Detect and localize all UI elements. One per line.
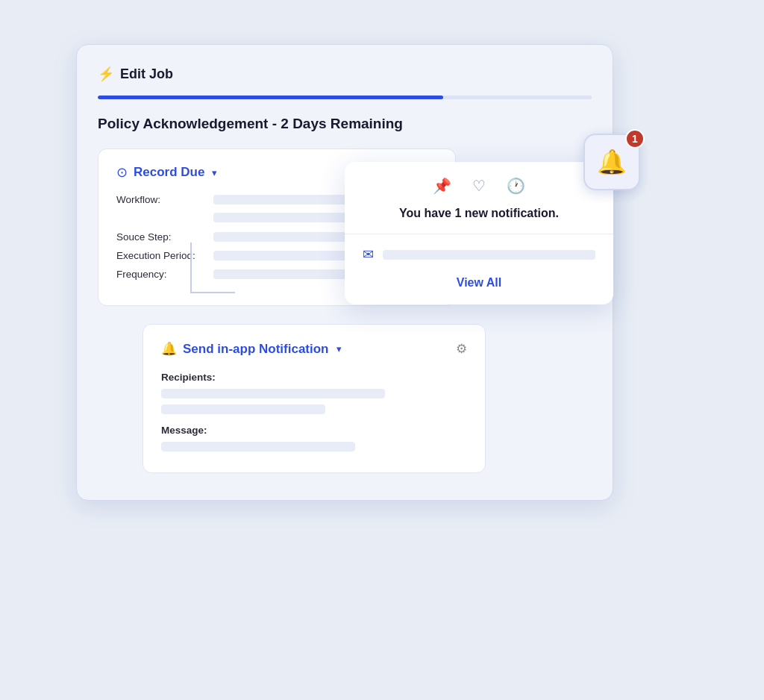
message-bar <box>161 442 355 451</box>
popup-divider <box>345 234 613 234</box>
heart-icon[interactable]: ♡ <box>472 177 486 195</box>
record-due-chevron[interactable]: ▾ <box>212 167 217 178</box>
edit-job-header: ⚡ Edit Job <box>98 66 592 82</box>
workflow-label: Workflow: <box>116 194 206 205</box>
record-due-title: Record Due <box>134 165 204 180</box>
envelope-icon: ✉ <box>363 246 374 263</box>
gear-icon[interactable]: ⚙ <box>456 341 467 357</box>
popup-item-bar <box>383 250 595 260</box>
history-icon[interactable]: 🕐 <box>507 177 525 195</box>
send-notification-card: 🔔 Send in-app Notification ▾ ⚙ Recipient… <box>143 324 486 473</box>
connector-horizontal <box>190 292 235 293</box>
pin-icon[interactable]: 📌 <box>433 177 451 195</box>
notification-popup: 📌 ♡ 🕐 You have 1 new notification. ✉ Vie… <box>345 162 613 304</box>
bell-button[interactable]: 🔔 1 <box>583 134 640 190</box>
frequency-label: Frequency: <box>116 269 206 280</box>
edit-job-title: Edit Job <box>120 66 173 82</box>
popup-icons-row: 📌 ♡ 🕐 <box>363 177 595 195</box>
execution-period-label: Execution Period: <box>116 250 206 261</box>
clock-icon: ⊙ <box>116 164 128 181</box>
progress-bar-fill <box>98 96 443 99</box>
message-label: Message: <box>161 425 467 436</box>
recipient-bar-1 <box>161 389 385 399</box>
view-all-link[interactable]: View All <box>363 276 595 290</box>
connector-vertical <box>190 243 192 293</box>
recipient-bar-2 <box>161 404 325 414</box>
send-notification-chevron[interactable]: ▾ <box>336 343 342 354</box>
progress-bar <box>98 96 592 99</box>
notification-popup-message: You have 1 new notification. <box>363 207 595 220</box>
job-title: Policy Acknowledgement - 2 Days Remainin… <box>98 116 592 132</box>
bell-badge: 1 <box>625 129 645 149</box>
bell-card-icon: 🔔 <box>161 341 177 357</box>
send-notification-header: 🔔 Send in-app Notification ▾ ⚙ <box>161 341 467 357</box>
source-step-label: Souce Step: <box>116 231 206 243</box>
recipients-label: Recipients: <box>161 372 467 383</box>
popup-notification-item: ✉ <box>363 246 595 263</box>
bell-icon: 🔔 <box>597 148 627 176</box>
send-notification-title: Send in-app Notification <box>183 342 329 357</box>
bolt-icon: ⚡ <box>98 66 114 82</box>
